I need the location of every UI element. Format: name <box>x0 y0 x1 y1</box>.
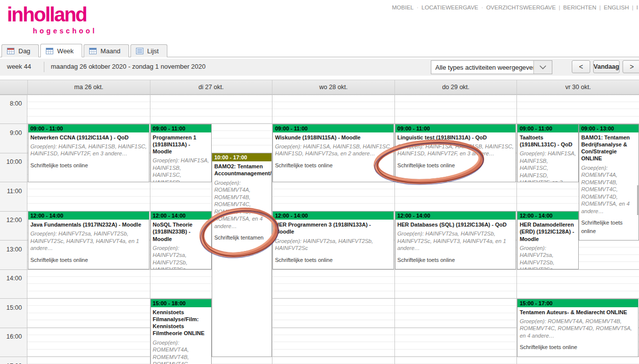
event-time: 12:00 - 14:00 <box>273 212 393 220</box>
tab-maand[interactable]: Maand <box>84 44 129 57</box>
event-time: 12:00 - 14:00 <box>395 212 516 220</box>
event-title: HER Databases (SQL) (1912IC136A) - QoD <box>397 221 514 228</box>
logo-subtitle: hogeschool <box>33 27 97 35</box>
event-note: Schriftelijke toets online <box>519 343 636 352</box>
day-header-do: do 29 okt. <box>394 80 517 94</box>
event-title: NoSQL Theorie (1918IN233B) - Moodle <box>153 221 210 243</box>
event-time: 09:00 - 11:00 <box>273 124 393 132</box>
date-range: maandag 26 oktober 2020 - zondag 1 novem… <box>51 63 206 70</box>
tab-label: Lijst <box>147 47 159 55</box>
activity-filter-value: Alle types activiteiten weergegeven <box>431 64 533 71</box>
day-header-ma: ma 26 okt. <box>27 80 150 94</box>
calendar-event[interactable]: 09:00 - 11:00Linguistic test (1918IN131A… <box>395 124 516 182</box>
event-time: 09:00 - 11:00 <box>395 124 516 132</box>
scrollbar-thumb[interactable] <box>637 185 639 215</box>
day-header-di: di 27 okt. <box>150 80 272 94</box>
time-label: 10:00 <box>6 158 22 165</box>
time-label: 15:00 <box>6 304 22 311</box>
event-groups: Groep(en): ROMEMVT4A, ROMEMVT4B, ROMEMVT… <box>519 318 636 340</box>
previous-week-button[interactable]: < <box>572 60 590 73</box>
calendar-event[interactable]: 12:00 - 14:00HER Databases (SQL) (1912IC… <box>395 211 516 269</box>
event-groups: Groep(en): HAINFVT2sa, HAINFVT2Sb, HAINF… <box>519 244 576 269</box>
today-button[interactable]: Vandaag <box>593 60 620 73</box>
menu-separator: | <box>630 4 636 10</box>
tab-week[interactable]: Week <box>40 44 82 57</box>
menu-item-overzichtsweergave[interactable]: OVERZICHTSWEERGAVE <box>485 4 557 10</box>
calendar-icon <box>136 48 143 54</box>
menu-item-i[interactable]: I <box>636 4 639 10</box>
event-groups: Groep(en): HAINF1SA, HAINF1SB, HAINF1SC,… <box>30 143 147 157</box>
logo-wordmark: inholland <box>7 3 97 26</box>
event-note: Schriftelijke toets online <box>581 219 637 235</box>
tab-label: Dag <box>18 47 30 55</box>
event-title: Linguistic test (1918IN131A) - QoD <box>397 134 514 141</box>
event-groups: Groep(en): ROMEMVT4A, ROMEMVT4B, ROMEMVT… <box>153 339 210 364</box>
top-menu: MOBIEL·LOCATIEWEERGAVE·OVERZICHTSWEERGAV… <box>391 4 639 10</box>
time-label: 13:00 <box>6 246 22 253</box>
event-note: Schriftelijk tentamen <box>214 234 269 242</box>
calendar-event[interactable]: 15:00 - 17:00Tentamen Auteurs- & Mediare… <box>517 299 639 357</box>
menu-separator: | <box>557 4 562 10</box>
event-title: Kennistoets Filmanalyse/Film: Kennistoet… <box>153 309 210 337</box>
event-note: Schriftelijke toets online <box>275 256 391 264</box>
toolbar-divider <box>44 62 44 72</box>
day-header-row: ma 26 okt.di 27 okt.wo 28 okt.do 29 okt.… <box>0 80 639 95</box>
calendar-icon <box>7 48 14 54</box>
calendar-event[interactable]: 10:00 - 17:00BAMO2: Tentamen Accountmana… <box>212 153 272 357</box>
event-title: BAMO1: Tentamen Bedrijfsanalyse & Con/St… <box>581 134 637 162</box>
day-header-vr: vr 30 okt. <box>516 80 639 94</box>
event-time: 15:00 - 17:00 <box>517 299 638 307</box>
menu-separator: · <box>414 4 420 10</box>
time-label: 12:00 <box>6 217 22 224</box>
event-groups: Groep(en): HAINFVT2sa, HAINFVT2Sb, HAINF… <box>153 244 210 269</box>
view-tabs: DagWeekMaandLijst <box>0 44 639 57</box>
event-time: 09:00 - 11:00 <box>151 124 212 132</box>
calendar-event[interactable]: 15:00 - 18:00Kennistoets Filmanalyse/Fil… <box>150 299 212 364</box>
calendar-event[interactable]: 09:00 - 13:00BAMO1: Tentamen Bedrijfsana… <box>579 124 639 241</box>
event-groups: Groep(en): ROMEMVT4A, ROMEMVT4B, ROMEMVT… <box>214 179 269 230</box>
calendar-event[interactable]: 12:00 - 14:00NoSQL Theorie (1918IN233B) … <box>150 211 212 269</box>
event-title: BAMO2: Tentamen Accountmanagement/P <box>214 163 269 177</box>
time-label: 16:00 <box>6 333 22 340</box>
event-title: Tentamen Auteurs- & Mediarecht ONLINE <box>519 309 636 316</box>
tab-label: Week <box>57 47 74 55</box>
calendar-event[interactable]: 09:00 - 11:00Taaltoets (1918NL131C) - Qo… <box>517 124 579 182</box>
event-groups: Groep(en): HAINFVT2sa, HAINFVT2Sb, HAINF… <box>30 230 147 252</box>
menu-separator: · <box>479 4 485 10</box>
event-title: Netwerken CCNA (1912IC114A ) - QoD <box>30 134 147 141</box>
chevron-down-icon[interactable] <box>533 61 552 74</box>
menu-item-locatieweergave[interactable]: LOCATIEWEERGAVE <box>420 4 479 10</box>
event-note: Schriftelijke toets online <box>30 256 147 264</box>
calendar-event[interactable]: 12:00 - 14:00HER Programmeren 3 (1918IN1… <box>272 211 394 269</box>
menu-item-english[interactable]: ENGLISH <box>603 4 630 10</box>
calendar-event[interactable]: 12:00 - 14:00Java Fundamentals (1917IN23… <box>28 211 149 269</box>
event-groups: Groep(en): HAINF1SA, HAINF1SB, HAINF1SC,… <box>519 150 576 182</box>
week-number: week 44 <box>7 63 31 70</box>
event-time: 10:00 - 17:00 <box>212 153 271 161</box>
calendar-grid[interactable]: 09:00 - 11:00Netwerken CCNA (1912IC114A … <box>27 95 639 364</box>
time-label: 8:00 <box>10 100 22 107</box>
day-header-wo: wo 28 okt. <box>272 80 394 94</box>
next-week-button[interactable]: > <box>623 60 639 73</box>
calendar-event[interactable]: 12:00 - 14:00HER Datamodelleren (ERD) (1… <box>517 211 579 269</box>
timetable-page: inholland hogeschool MOBIEL·LOCATIEWEERG… <box>0 0 639 364</box>
tab-dag[interactable]: Dag <box>1 44 39 57</box>
time-label: 11:00 <box>7 188 22 195</box>
event-groups: Groep(en): HAINF1SA, HAINF1SB, HAINF1SC,… <box>153 157 210 182</box>
event-note: Schriftelijke toets online <box>275 161 391 170</box>
calendar-event[interactable]: 09:00 - 11:00Netwerken CCNA (1912IC114A … <box>28 124 149 182</box>
activity-filter-select[interactable]: Alle types activiteiten weergegeven <box>431 60 552 74</box>
calendar-event[interactable]: 09:00 - 11:00Wiskunde (1918IN115A) - Moo… <box>272 124 394 182</box>
event-time: 09:00 - 11:00 <box>28 124 149 132</box>
event-groups: Groep(en): HAINFVT2sa, HAINFVT2Sb, HAINF… <box>275 238 391 252</box>
tab-lijst[interactable]: Lijst <box>130 44 167 57</box>
calendar-event[interactable]: 09:00 - 11:00Programmeren 1 (1918IN113A)… <box>150 124 212 182</box>
time-label: 14:00 <box>6 275 22 282</box>
tab-label: Maand <box>101 47 121 55</box>
menu-item-mobiel[interactable]: MOBIEL <box>391 4 414 10</box>
menu-item-berichten[interactable]: BERICHTEN <box>562 4 597 10</box>
calendar-icon <box>46 48 53 54</box>
event-groups: Groep(en): HAINF1SA, HAINF1SB, HAINF1SC,… <box>275 143 391 157</box>
event-time: 12:00 - 14:00 <box>151 212 212 220</box>
event-note: Schriftelijke toets online <box>397 256 514 264</box>
